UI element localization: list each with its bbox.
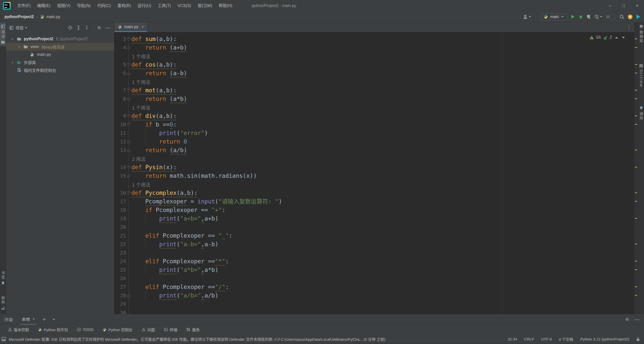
code-line[interactable]: 14def Pysin(x):: [114, 163, 634, 171]
code-line[interactable]: 20: [114, 223, 634, 231]
tree-item[interactable]: ›venvlibrary根目录: [6, 43, 114, 51]
usage-hint[interactable]: 1 个用法: [132, 181, 150, 188]
warning-stripe-mark[interactable]: [635, 244, 637, 244]
run-with-coverage-button[interactable]: [586, 14, 591, 19]
inspections-widget[interactable]: 56 2: [589, 35, 626, 40]
menu-item[interactable]: 工具(T): [154, 0, 174, 11]
code-line[interactable]: 18 if Pcomplexoper == "+":: [114, 206, 634, 214]
code-line[interactable]: 17 Pcomplexoper = input("请输入复数运算符: "): [114, 197, 634, 206]
code-line[interactable]: 11 print("error"): [114, 129, 634, 137]
collapse-all-button[interactable]: [85, 25, 89, 30]
hide-tool-window-button[interactable]: —: [105, 26, 110, 29]
chevron-right-icon[interactable]: ›: [16, 44, 22, 49]
chevron-right-icon[interactable]: ›: [10, 60, 16, 65]
breadcrumb-file[interactable]: main.py: [46, 15, 60, 19]
warning-stripe-mark[interactable]: [635, 73, 637, 73]
code-line[interactable]: 9def div(a,b):: [114, 112, 634, 120]
warning-stripe-mark[interactable]: [635, 295, 637, 296]
warning-stripe-mark[interactable]: [635, 150, 637, 150]
code-line[interactable]: 8 return (a*b): [114, 95, 634, 103]
minimize-button[interactable]: –: [603, 0, 617, 11]
warning-stripe-mark[interactable]: [635, 124, 637, 125]
tool-stripe-bookmarks-tab[interactable]: 书签: [0, 269, 6, 287]
chevron-down-icon[interactable]: ›: [10, 36, 15, 42]
run-configuration-select[interactable]: main: [540, 13, 567, 20]
warning-stripe-mark[interactable]: [635, 201, 637, 202]
code-line[interactable]: 3def sum(a,b):: [114, 35, 634, 43]
maximize-button[interactable]: □: [617, 0, 630, 11]
code-line[interactable]: 21 elif Pcomplexoper == "_":: [114, 231, 634, 240]
tool-stripe-project-tab[interactable]: 项目: [0, 22, 6, 46]
toolwindow-button-version-control[interactable]: 版本控制: [8, 327, 29, 332]
tab-options-icon[interactable]: ⋮: [627, 24, 631, 30]
tree-item[interactable]: ›pythonProject2E:\pythonProject2: [6, 35, 114, 43]
fold-start-icon[interactable]: [126, 122, 131, 126]
menu-item[interactable]: 文件(F): [14, 0, 34, 11]
code-line[interactable]: 28 print("a/b=",a/b): [114, 291, 634, 300]
menu-item[interactable]: 导航(N): [74, 0, 94, 11]
code-line[interactable]: 22 print("a-b=",a-b): [114, 240, 634, 248]
warning-stripe-mark[interactable]: [635, 286, 637, 287]
close-icon[interactable]: ×: [32, 317, 35, 321]
code-line[interactable]: 27 elif Pcomplexoper =="/":: [114, 283, 634, 291]
code-line[interactable]: 26: [114, 274, 634, 283]
fold-end-icon[interactable]: [126, 148, 131, 152]
fold-start-icon[interactable]: [126, 114, 131, 118]
fold-start-icon[interactable]: [126, 165, 131, 169]
menu-item[interactable]: 代码(C): [94, 0, 114, 11]
settings-gear-icon[interactable]: [97, 25, 101, 30]
profiler-button[interactable]: [594, 14, 602, 19]
tool-stripe-sciview-tab[interactable]: SciView: [638, 62, 644, 90]
debug-button[interactable]: [578, 14, 583, 19]
toolwindow-button-todo[interactable]: TODO: [77, 327, 94, 332]
tool-window-switcher-icon[interactable]: [2, 337, 6, 341]
fold-start-icon[interactable]: [126, 191, 131, 195]
code-line[interactable]: 29: [114, 300, 634, 308]
code-with-me-button[interactable]: [636, 14, 641, 19]
editor-tab-main-py[interactable]: main.py ×: [114, 22, 147, 32]
warning-stripe-mark[interactable]: [635, 261, 637, 262]
locate-file-button[interactable]: [68, 25, 72, 30]
menu-item[interactable]: 重构(R): [114, 0, 134, 11]
code-line[interactable]: 16def Pycomplex(a,b):: [114, 189, 634, 197]
code-line[interactable]: 25 print("a*b=",a*b): [114, 266, 634, 274]
terminal-options-chevron-icon[interactable]: [53, 319, 55, 320]
code-line[interactable]: 7def mot(a,b):: [114, 86, 634, 95]
menu-item[interactable]: 窗口(W): [194, 0, 216, 11]
tool-stripe-notifications-tab[interactable]: 通知: [638, 104, 644, 123]
toolwindow-button-terminal[interactable]: 终端: [164, 327, 177, 332]
previous-problem-icon[interactable]: [615, 37, 618, 38]
fold-start-icon[interactable]: [126, 37, 131, 41]
status-widget-line-separator[interactable]: CRLF: [524, 337, 534, 341]
status-widget-python-interpreter[interactable]: Python 3.12 (pythonProject2): [580, 337, 629, 341]
warning-stripe-mark[interactable]: [635, 98, 637, 99]
menu-item[interactable]: 运行(U): [134, 0, 154, 11]
error-stripe[interactable]: [634, 22, 638, 314]
code-line[interactable]: 30: [114, 308, 634, 314]
usage-hint[interactable]: 2 用法: [132, 155, 146, 162]
project-panel-title[interactable]: 项目: [16, 25, 24, 31]
fold-start-icon[interactable]: [126, 63, 131, 67]
fold-end-icon[interactable]: [126, 174, 131, 178]
code-line[interactable]: 10 if b ==0:: [114, 120, 634, 129]
close-icon[interactable]: ×: [141, 25, 144, 29]
usage-hint[interactable]: 1 个用法: [132, 53, 150, 60]
update-available-button[interactable]: [628, 14, 633, 19]
menu-item[interactable]: VCS(S): [174, 0, 194, 11]
code-line[interactable]: 19 print("a+b=",a+b): [114, 214, 634, 223]
warning-stripe-mark[interactable]: [635, 47, 637, 48]
usage-hint[interactable]: 1 个用法: [132, 104, 150, 111]
breadcrumb-project[interactable]: pythonProject2: [5, 15, 34, 19]
code-line[interactable]: 13 return (a/b): [114, 146, 634, 154]
warning-stripe-mark[interactable]: [635, 167, 637, 167]
warning-stripe-mark[interactable]: [635, 192, 637, 193]
status-message[interactable]: Microsoft Defender 配置: IDE 已检测到启用了实时保护的 …: [9, 336, 385, 342]
close-button[interactable]: ×: [630, 0, 644, 11]
next-problem-icon[interactable]: [622, 37, 625, 38]
warning-stripe-mark[interactable]: [635, 269, 637, 270]
fold-end-icon[interactable]: [126, 46, 131, 50]
hide-terminal-button[interactable]: —: [634, 318, 639, 321]
new-terminal-button[interactable]: +: [43, 317, 46, 322]
terminal-settings-gear-icon[interactable]: [625, 317, 629, 322]
tree-item[interactable]: main.py: [6, 51, 114, 58]
